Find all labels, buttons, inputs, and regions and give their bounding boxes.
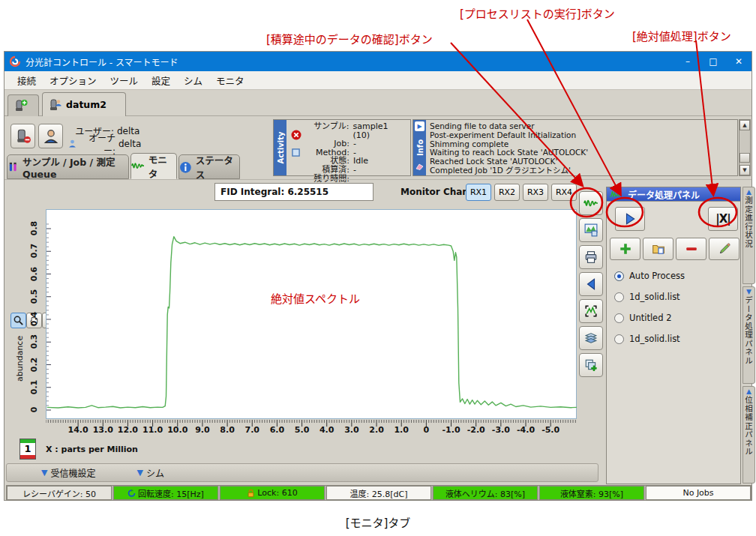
activity-fields: サンプル:sample1 (10)Job:-Method:-状態:Idle積算済… <box>286 120 410 175</box>
disconnect-instrument-button[interactable] <box>10 124 35 148</box>
activity-field-label: サンプル: <box>306 122 350 139</box>
side-tab-label: データ処理パネル <box>743 296 754 365</box>
owner-value: delta <box>118 139 141 149</box>
view-tab-status[interactable]: ステータス <box>178 154 240 179</box>
data-processing-panel-title: データ処理パネル <box>628 188 700 201</box>
scrollbar-thumb[interactable] <box>740 153 750 163</box>
x-tick-label: 12.0 <box>115 425 140 435</box>
menu-item-5[interactable]: シム <box>177 71 209 90</box>
x-tick-label: -1.0 <box>439 425 464 435</box>
page-marker[interactable]: 1 <box>20 439 36 460</box>
x-tick-label: 11.0 <box>140 425 166 435</box>
minimize-button[interactable]: – <box>675 52 700 71</box>
process-list-item[interactable]: 1d_solid.list <box>614 292 680 302</box>
open-process-list-button[interactable] <box>643 238 674 260</box>
owner-label: オーナー: <box>79 131 116 157</box>
info-clear-icon[interactable] <box>416 159 424 173</box>
channel-button-rx3[interactable]: RX3 <box>523 184 548 201</box>
menu-item-4[interactable]: 設定 <box>145 71 177 90</box>
data-processing-panel: データ処理パネル |X| <box>606 187 741 484</box>
info-log-line: Completed Job '1D グラジエントシム' <box>430 166 588 175</box>
waveform-icon <box>131 160 145 172</box>
absolute-value-glyph: |X| <box>716 212 730 226</box>
menu-item-3[interactable]: ツール <box>104 71 146 90</box>
x-tick-label: 9.0 <box>190 425 215 435</box>
title-bar[interactable]: 分光計コントロール - スマートモード – □ ✕ <box>4 52 752 71</box>
expander-triangle-icon: ▼ <box>41 468 47 478</box>
spin-icon <box>128 489 136 498</box>
spectrum-annotation: 絶対値スペクトル <box>271 290 360 306</box>
fid-integral-readout: FID Integral: 6.25515 <box>214 183 374 201</box>
print-button[interactable] <box>579 245 603 269</box>
annotation-run-process-label: [プロセスリストの実行]ボタン <box>460 5 615 21</box>
expand-region-button[interactable] <box>579 299 603 323</box>
close-button[interactable]: ✕ <box>726 52 752 71</box>
expander-shim[interactable]: ▼シム <box>136 466 164 479</box>
edit-process-button[interactable] <box>709 238 740 260</box>
status-cell-lock-level: Lock: 610 <box>220 486 325 500</box>
data-processing-panel-title-bar: データ処理パネル <box>607 187 740 201</box>
channel-button-rx2[interactable]: RX2 <box>494 184 520 201</box>
menu-item-2[interactable]: オプション <box>43 71 104 90</box>
layers-button[interactable] <box>579 326 603 350</box>
spectrum-plot[interactable]: 絶対値スペクトル <box>46 209 577 433</box>
previous-view-button[interactable] <box>579 272 603 296</box>
run-process-list-button[interactable] <box>615 207 645 231</box>
view-tab-label: サンプル / Job / 測定Queue <box>22 154 128 180</box>
status-cell-text: 温度: 25.8[dC] <box>350 487 408 499</box>
process-radio[interactable] <box>614 313 624 323</box>
info-log-list: Sending file to data serverPost-experime… <box>426 120 590 175</box>
remove-process-button[interactable] <box>676 238 706 260</box>
process-radio[interactable] <box>614 292 624 302</box>
view-tab-sample-job-queue[interactable]: サンプル / Job / 測定Queue <box>7 154 129 179</box>
status-cell-helium-level: 液体ヘリウム: 83[%] <box>433 486 538 500</box>
info-log-line: Post-experiment Default Initialization <box>430 131 588 140</box>
check-accumulating-data-button[interactable] <box>579 191 603 215</box>
menu-item-1[interactable]: 接続 <box>10 71 43 90</box>
scroll-down-button[interactable]: ▼ <box>740 165 750 175</box>
view-tab-monitor[interactable]: モニタ <box>130 153 177 179</box>
maximize-button[interactable]: □ <box>700 52 726 71</box>
info-scrollbar[interactable]: ▲ ▼ <box>739 119 751 176</box>
expander-receiver-settings[interactable]: ▼受信機設定 <box>41 466 95 479</box>
side-tab-label: 測定進行状況 <box>743 196 754 248</box>
menu-item-6[interactable]: モニタ <box>209 71 251 90</box>
x-tick-label: 7.0 <box>239 425 265 435</box>
user-account-button[interactable] <box>38 124 63 148</box>
side-tab-3[interactable]: ▲位相補正パネル <box>742 386 755 484</box>
channel-button-rx4[interactable]: RX4 <box>551 184 577 201</box>
new-document-tab-button[interactable] <box>8 94 39 116</box>
document-tab-datum2[interactable]: datum2 <box>42 92 126 116</box>
panel-waveform-icon <box>609 190 620 199</box>
side-tab-1[interactable]: ▲測定進行状況 <box>742 187 755 284</box>
zoom-mode-button[interactable] <box>10 313 26 328</box>
activity-row: 状態:Idle <box>306 157 407 166</box>
activity-row: 積算済:- <box>306 166 407 175</box>
x-tick-label: -4.0 <box>513 425 538 435</box>
scroll-up-button[interactable]: ▲ <box>740 120 750 130</box>
annotation-absolute-value-label: [絶対値処理]ボタン <box>632 28 731 43</box>
data-slate-button[interactable] <box>579 218 603 242</box>
printer-icon <box>584 250 598 264</box>
channel-button-rx1[interactable]: RX1 <box>466 184 491 201</box>
y-tick-label: 0.8 <box>29 219 39 238</box>
process-list-item[interactable]: Untitled 2 <box>614 313 671 323</box>
process-radio[interactable] <box>614 334 624 344</box>
process-list-item[interactable]: Auto Process <box>614 271 685 281</box>
status-bar: レシーバゲイン: 50回転速度: 15[Hz]Lock: 610温度: 25.8… <box>6 485 752 501</box>
error-status-icon <box>291 130 302 142</box>
process-radio[interactable] <box>614 271 624 281</box>
status-cell-receiver-gain: レシーバゲイン: 50 <box>7 486 112 500</box>
info-panel: ▶ Info Sending file to data serverPost-e… <box>412 119 738 176</box>
y-tick-label: 0 <box>29 400 39 420</box>
process-list-item[interactable]: 1d_solid.list <box>614 334 680 344</box>
side-tab-2[interactable]: ▼データ処理パネル <box>742 286 755 384</box>
idle-status-icon <box>292 148 300 159</box>
info-play-icon[interactable]: ▶ <box>415 121 424 131</box>
menu-bar: 接続オプションツール設定シムモニタ <box>4 71 752 90</box>
y-tick-label: 0.6 <box>29 264 39 283</box>
add-process-button[interactable] <box>610 238 640 260</box>
data-processing-panel-body: |X| Auto Process1d_solid.listUntitled 21… <box>607 201 740 484</box>
duplicate-view-button[interactable] <box>579 353 603 377</box>
absolute-value-process-button[interactable]: |X| <box>708 207 738 231</box>
